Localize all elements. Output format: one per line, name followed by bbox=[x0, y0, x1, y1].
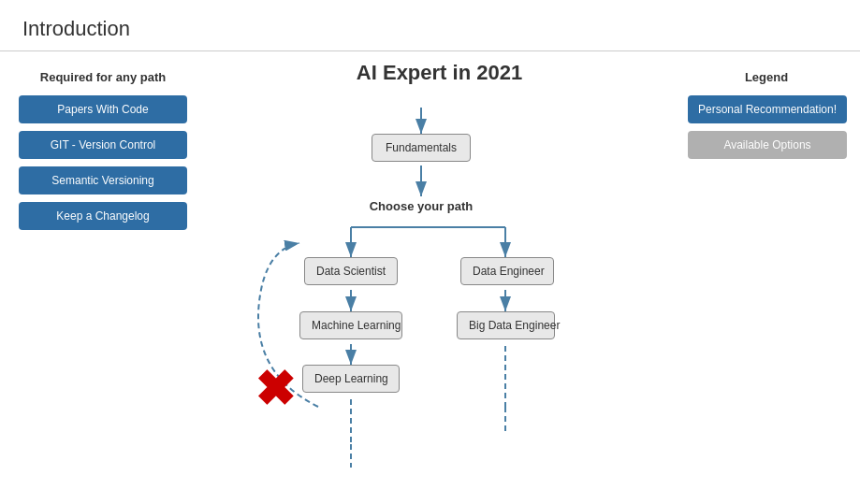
node-data-scientist: Data Scientist bbox=[304, 257, 398, 285]
diagram-title: AI Expert in 2021 bbox=[206, 61, 673, 85]
node-big-data-engineer: Big Data Engineer bbox=[457, 311, 555, 339]
node-machine-learning: Machine Learning bbox=[299, 311, 402, 339]
legend-personal-recommendation: Personal Recommendation! bbox=[688, 95, 847, 123]
right-panel: Legend Personal Recommendation! Availabl… bbox=[673, 51, 860, 499]
btn-papers-with-code[interactable]: Papers With Code bbox=[19, 95, 187, 123]
node-fundamentals: Fundamentals bbox=[372, 134, 471, 162]
required-heading: Required for any path bbox=[19, 70, 187, 84]
page-title: Introduction bbox=[0, 0, 860, 51]
btn-keep-changelog[interactable]: Keep a Changelog bbox=[19, 202, 187, 230]
left-panel: Required for any path Papers With Code G… bbox=[0, 51, 206, 499]
btn-semantic-versioning[interactable]: Semantic Versioning bbox=[19, 166, 187, 194]
center-panel: AI Expert in 2021 bbox=[206, 51, 673, 499]
btn-git-version-control[interactable]: GIT - Version Control bbox=[19, 131, 187, 159]
node-data-engineer: Data Engineer bbox=[460, 257, 554, 285]
red-x-icon: ✖ bbox=[255, 365, 296, 413]
legend-title: Legend bbox=[688, 70, 845, 84]
diagram-area: Fundamentals Choose your path Data Scien… bbox=[206, 98, 673, 472]
choose-path-label: Choose your path bbox=[351, 199, 491, 213]
legend-available-options: Available Options bbox=[688, 131, 847, 159]
node-deep-learning: Deep Learning bbox=[302, 365, 400, 393]
